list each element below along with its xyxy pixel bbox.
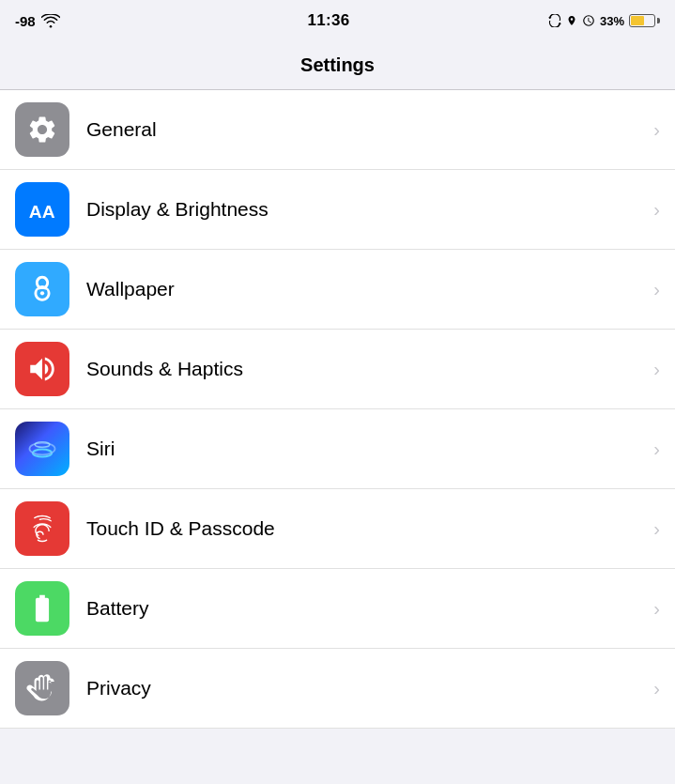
hand-icon (26, 672, 58, 704)
aa-icon: AA (26, 193, 58, 225)
page-title: Settings (300, 54, 375, 76)
settings-item-sounds[interactable]: Sounds & Haptics › (0, 330, 675, 409)
battery-icon-wrapper (15, 581, 69, 636)
settings-item-wallpaper[interactable]: Wallpaper › (0, 250, 675, 330)
privacy-chevron: › (653, 678, 660, 699)
settings-item-siri[interactable]: Siri › (0, 409, 675, 489)
flower-icon (26, 273, 58, 305)
sound-icon (26, 353, 58, 385)
battery-chevron: › (653, 598, 660, 620)
wallpaper-label: Wallpaper (86, 278, 646, 300)
siri-icon-wrapper (15, 422, 69, 476)
settings-item-battery[interactable]: Battery › (0, 569, 675, 649)
privacy-icon-wrapper (15, 661, 69, 715)
svg-text:AA: AA (29, 202, 55, 222)
general-label: General (86, 118, 646, 141)
navigation-bar: Settings (0, 41, 675, 90)
status-left: -98 (15, 13, 109, 29)
sounds-label: Sounds & Haptics (86, 358, 646, 380)
settings-item-privacy[interactable]: Privacy › (0, 649, 675, 729)
battery-indicator (629, 14, 660, 27)
wallpaper-icon-wrapper (15, 262, 69, 316)
location-icon (566, 14, 577, 27)
alarm-icon (582, 14, 595, 27)
siri-icon (26, 433, 58, 465)
fingerprint-icon (26, 513, 58, 545)
touchid-icon-wrapper (15, 501, 69, 556)
settings-item-general[interactable]: General › (0, 90, 675, 170)
display-label: Display & Brightness (86, 198, 646, 221)
sounds-chevron: › (653, 359, 660, 380)
status-time: 11:36 (307, 11, 349, 30)
settings-item-display[interactable]: AA Display & Brightness › (0, 170, 675, 250)
battery-icon (26, 592, 58, 624)
lock-rotation-icon (548, 14, 561, 27)
status-right: 33% (548, 14, 660, 28)
settings-list: General › AA Display & Brightness › Wall… (0, 90, 675, 729)
sounds-icon-wrapper (15, 342, 69, 396)
status-bar: -98 11:36 33% (0, 0, 675, 41)
touchid-label: Touch ID & Passcode (86, 517, 646, 540)
battery-label: Battery (86, 597, 646, 620)
battery-percent: 33% (600, 14, 624, 28)
display-icon-wrapper: AA (15, 182, 69, 237)
settings-item-touchid[interactable]: Touch ID & Passcode › (0, 489, 675, 569)
wifi-icon (41, 14, 60, 28)
general-icon-wrapper (15, 102, 69, 157)
siri-chevron: › (653, 438, 660, 460)
svg-point-1 (40, 291, 44, 295)
wallpaper-chevron: › (653, 279, 660, 300)
siri-label: Siri (86, 438, 646, 460)
privacy-label: Privacy (86, 677, 646, 699)
signal-strength: -98 (15, 13, 36, 29)
general-chevron: › (653, 119, 660, 141)
gear-icon (26, 114, 58, 146)
touchid-chevron: › (653, 518, 660, 540)
display-chevron: › (653, 199, 660, 221)
